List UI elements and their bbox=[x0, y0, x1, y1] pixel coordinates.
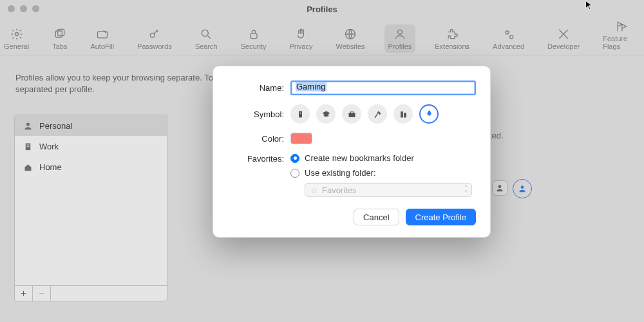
color-label: Color: bbox=[223, 134, 290, 144]
toolbar-label: Extensions bbox=[435, 43, 469, 50]
create-profile-sheet: Name: Gaming Symbol: Color: Favorites: bbox=[213, 66, 491, 238]
favorites-option-existing[interactable]: Use existing folder: bbox=[290, 168, 476, 178]
svg-rect-16 bbox=[28, 146, 29, 146]
toolbar-label: Feature Flags bbox=[603, 35, 640, 50]
toolbar-label: Profiles bbox=[388, 43, 412, 50]
cursor-icon bbox=[585, 0, 595, 12]
symbol-picker bbox=[290, 104, 476, 124]
svg-rect-22 bbox=[401, 111, 403, 117]
profile-row-label: Work bbox=[39, 142, 59, 151]
pencil-card-icon bbox=[95, 27, 109, 41]
create-profile-button[interactable]: Create Profile bbox=[406, 209, 476, 225]
person-icon bbox=[393, 27, 407, 41]
remove-profile-button[interactable]: － bbox=[33, 286, 51, 301]
profile-row-home[interactable]: Home bbox=[15, 156, 167, 177]
toolbar-item-tabs[interactable]: Tabs bbox=[48, 24, 71, 53]
radio-unchecked-icon[interactable] bbox=[290, 169, 299, 178]
radio-label: Use existing folder: bbox=[305, 168, 376, 178]
svg-point-4 bbox=[150, 33, 155, 37]
toolbar-item-autofill[interactable]: AutoFill bbox=[86, 24, 118, 53]
name-label: Name: bbox=[223, 83, 290, 93]
svg-point-10 bbox=[509, 35, 513, 39]
toolbar-item-websites[interactable]: Websites bbox=[332, 24, 369, 53]
cancel-button[interactable]: Cancel bbox=[354, 209, 399, 225]
background-hint-text: ted. bbox=[489, 131, 504, 140]
svg-point-9 bbox=[506, 31, 509, 34]
add-profile-button[interactable]: ＋ bbox=[15, 286, 33, 301]
gear-icon bbox=[10, 27, 24, 41]
favorites-label: Favorites: bbox=[223, 154, 290, 164]
toolbar-item-developer[interactable]: Developer bbox=[544, 24, 583, 53]
toolbar-label: Advanced bbox=[493, 43, 524, 50]
symbol-graduation-icon[interactable] bbox=[316, 104, 336, 124]
svg-point-11 bbox=[26, 122, 30, 126]
star-icon: ☆ bbox=[310, 185, 318, 195]
toolbar-item-search[interactable]: Search bbox=[191, 24, 222, 53]
toolbar-label: Websites bbox=[336, 43, 365, 50]
toolbar-label: Search bbox=[195, 43, 218, 50]
key-icon bbox=[147, 27, 162, 41]
svg-rect-14 bbox=[28, 144, 29, 145]
svg-rect-19 bbox=[299, 111, 302, 117]
profile-name-input[interactable]: Gaming bbox=[290, 80, 476, 95]
toolbar-item-passwords[interactable]: Passwords bbox=[133, 24, 176, 53]
person-icon bbox=[23, 120, 33, 131]
symbol-label: Symbol: bbox=[223, 109, 290, 119]
radio-label: Create new bookmarks folder bbox=[305, 153, 414, 163]
flags-icon bbox=[614, 19, 629, 33]
toolbar-item-security[interactable]: Security bbox=[237, 24, 270, 53]
profiles-list[interactable]: Personal Work Home ＋ － bbox=[14, 115, 167, 301]
svg-point-18 bbox=[521, 185, 524, 189]
house-icon bbox=[23, 162, 33, 172]
symbol-briefcase-icon[interactable] bbox=[342, 104, 361, 124]
globe-icon bbox=[343, 27, 357, 41]
background-symbol-selected bbox=[513, 179, 532, 198]
symbol-rocket-icon[interactable] bbox=[419, 104, 439, 124]
profile-row-work[interactable]: Work bbox=[15, 136, 167, 156]
toolbar-item-feature-flags[interactable]: Feature Flags bbox=[599, 17, 644, 53]
svg-point-0 bbox=[15, 33, 18, 36]
favorites-option-create[interactable]: Create new bookmarks folder bbox=[290, 153, 476, 163]
list-footer: ＋ － bbox=[15, 285, 167, 301]
toolbar-label: Passwords bbox=[137, 43, 172, 50]
toolbar-item-profiles[interactable]: Profiles bbox=[384, 24, 416, 53]
preferences-toolbar: General Tabs AutoFill Passwords Search S… bbox=[0, 19, 644, 53]
background-symbol-box bbox=[492, 180, 507, 196]
toolbar-label: AutoFill bbox=[90, 43, 114, 50]
toolbar-separator bbox=[0, 55, 644, 55]
chevron-updown-icon: ˄˅ bbox=[464, 185, 468, 196]
svg-rect-13 bbox=[26, 144, 27, 145]
hand-icon bbox=[294, 27, 308, 41]
toolbar-label: General bbox=[4, 43, 29, 50]
toolbar-label: Privacy bbox=[289, 43, 312, 50]
tabs-icon bbox=[53, 27, 67, 41]
building-icon bbox=[23, 141, 33, 151]
svg-point-5 bbox=[202, 30, 209, 36]
svg-rect-23 bbox=[404, 113, 406, 118]
symbol-building-icon[interactable] bbox=[393, 104, 413, 124]
symbol-hammer-icon[interactable] bbox=[368, 104, 387, 124]
svg-rect-15 bbox=[26, 146, 27, 146]
toolbar-item-general[interactable]: General bbox=[0, 24, 33, 53]
symbol-badge-icon[interactable] bbox=[290, 104, 310, 124]
color-swatch[interactable] bbox=[290, 133, 312, 144]
gears-icon bbox=[502, 27, 516, 41]
profile-row-personal[interactable]: Personal bbox=[15, 115, 167, 136]
toolbar-item-extensions[interactable]: Extensions bbox=[431, 24, 473, 53]
existing-folder-popup[interactable]: ☆ Favorites ˄˅ bbox=[305, 183, 472, 197]
puzzle-icon bbox=[445, 27, 459, 41]
svg-point-17 bbox=[498, 185, 502, 188]
toolbar-label: Security bbox=[241, 43, 267, 50]
tools-icon bbox=[556, 27, 571, 41]
svg-rect-2 bbox=[57, 30, 64, 36]
search-icon bbox=[199, 27, 213, 41]
popup-value: Favorites bbox=[322, 185, 356, 195]
svg-rect-12 bbox=[25, 143, 30, 150]
toolbar-item-advanced[interactable]: Advanced bbox=[489, 24, 528, 53]
svg-point-8 bbox=[398, 30, 402, 34]
lock-icon bbox=[247, 27, 261, 41]
svg-point-20 bbox=[299, 112, 301, 113]
radio-checked-icon[interactable] bbox=[290, 154, 299, 163]
toolbar-item-privacy[interactable]: Privacy bbox=[285, 24, 316, 53]
profile-row-label: Home bbox=[39, 162, 62, 172]
